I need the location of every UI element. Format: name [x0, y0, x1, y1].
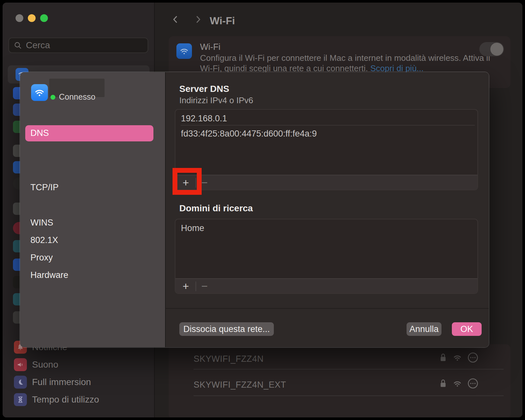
red-highlight-annotation: [173, 168, 202, 195]
dns-section-title: Server DNS: [179, 84, 229, 94]
search-input[interactable]: Cerca: [8, 38, 148, 53]
remove-domain-button[interactable]: −: [197, 279, 212, 293]
search-placeholder: Cerca: [26, 40, 50, 50]
speaker-icon: [14, 358, 27, 371]
wifi-card-description-line1: Configura il Wi-Fi per connettere il Mac…: [200, 53, 490, 63]
hourglass-icon: [14, 393, 27, 406]
tab-wins[interactable]: WINS: [30, 218, 53, 228]
close-window-button[interactable]: [16, 14, 23, 22]
dns-entry[interactable]: fd33:4f25:8a00:4475:d600:ff:fe4a:9: [181, 129, 317, 139]
sidebar-item-label: Tempo di utilizzo: [32, 394, 99, 405]
divider: [195, 282, 196, 291]
search-icon: [14, 41, 22, 50]
minimize-window-button[interactable]: [28, 14, 36, 22]
sidebar-item-label: Full immersion: [32, 377, 91, 387]
search-domains-list: Home + −: [175, 219, 478, 294]
ok-button[interactable]: OK: [452, 322, 482, 336]
dialog-sidebar: Connesso TCP/IP DNS WINS 802.1X Proxy Ha…: [20, 72, 166, 347]
dns-section-subtitle: Indirizzi IPv4 o IPv6: [179, 95, 253, 105]
divider: [181, 125, 475, 126]
dns-entry[interactable]: 192.168.0.1: [181, 114, 227, 124]
tab-tcpip[interactable]: TCP/IP: [30, 182, 59, 193]
network-row-icons: [439, 378, 478, 389]
network-row-icons: [439, 352, 478, 363]
network-row-name[interactable]: SKYWIFI_FZZ4N: [194, 354, 264, 364]
networks-list-card: SKYWIFI_FZZ4N SKYWIFI_FZZ4N_EXT: [169, 344, 510, 417]
divider: [166, 308, 489, 309]
divider: [194, 369, 504, 370]
network-row-name[interactable]: SKYWIFI_FZZ4N_EXT: [194, 380, 286, 390]
tab-proxy[interactable]: Proxy: [30, 253, 53, 263]
domain-entry[interactable]: Home: [181, 223, 204, 233]
forget-network-button[interactable]: Dissocia questa rete...: [179, 322, 274, 336]
add-domain-button[interactable]: +: [178, 279, 194, 293]
wifi-icon: [31, 84, 48, 101]
status-label: Connesso: [59, 92, 95, 102]
screenshot-stage: Cerca: [0, 0, 525, 420]
domains-list-footer: + −: [175, 278, 477, 293]
moon-icon: [14, 376, 27, 389]
search-domains-title: Domini di ricerca: [179, 203, 253, 214]
sidebar-item-label: Suono: [32, 359, 58, 370]
dns-list-footer: + −: [175, 175, 477, 190]
sidebar-item-sound[interactable]: Suono: [3, 356, 155, 373]
wifi-toggle[interactable]: [479, 42, 504, 56]
wifi-card-title: Wi-Fi: [200, 42, 220, 52]
lock-icon: [439, 352, 447, 363]
cancel-button[interactable]: Annulla: [407, 322, 441, 336]
zoom-window-button[interactable]: [40, 14, 48, 22]
dns-servers-list: 192.168.0.1 fd33:4f25:8a00:4475:d600:ff:…: [175, 109, 478, 190]
wifi-icon: [452, 379, 462, 388]
sidebar-item-focus[interactable]: Full immersion: [3, 373, 155, 391]
wifi-icon: [176, 43, 192, 59]
lock-icon: [439, 378, 447, 389]
more-icon[interactable]: [467, 378, 478, 389]
back-icon[interactable]: [171, 15, 180, 24]
toggle-knob: [490, 43, 503, 56]
network-details-dialog: Connesso TCP/IP DNS WINS 802.1X Proxy Ha…: [20, 72, 489, 347]
dialog-content: Server DNS Indirizzi IPv4 o IPv6 192.168…: [166, 72, 489, 347]
tab-8021x[interactable]: 802.1X: [30, 235, 58, 245]
page-title: Wi-Fi: [210, 15, 235, 27]
forward-icon[interactable]: [193, 15, 203, 24]
sidebar-item-screen-time[interactable]: Tempo di utilizzo: [3, 391, 155, 408]
wifi-icon: [452, 353, 462, 362]
tab-hardware[interactable]: Hardware: [30, 270, 68, 280]
divider: [194, 395, 504, 396]
tab-dns-selected[interactable]: DNS: [25, 125, 153, 141]
status-dot: [50, 95, 55, 100]
tab-dns-label: DNS: [30, 128, 49, 138]
more-icon[interactable]: [467, 352, 478, 363]
learn-more-link[interactable]: Scopri di più...: [370, 63, 424, 73]
